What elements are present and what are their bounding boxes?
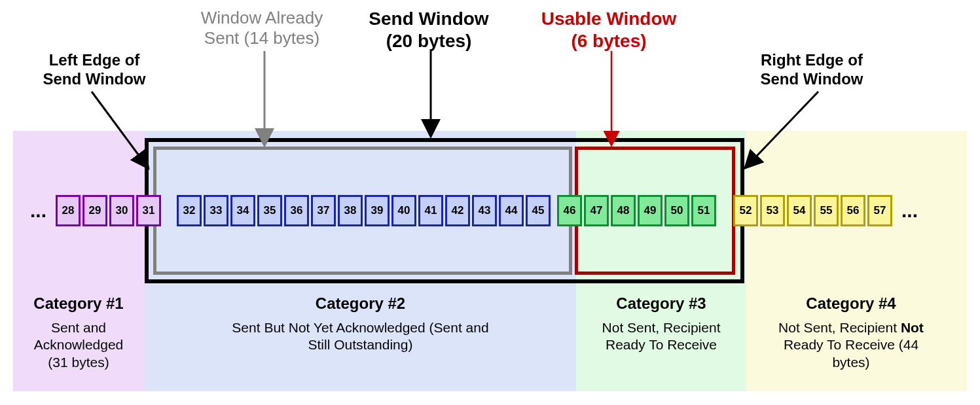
label-usable-window: Usable Window (6 bytes) [524,8,694,52]
cells-cat4: 525354555657 [733,195,892,226]
text: Not Sent, Recipient [778,320,901,335]
byte-cell: 52 [733,195,758,226]
text-bold: Not [901,320,924,335]
byte-cell: 49 [638,195,662,226]
text: Sent (14 bytes) [204,28,319,48]
cat-desc: Not Sent, Recipient Not Ready To Receive… [772,319,930,371]
caption-cat3: Category #3 Not Sent, Recipient Ready To… [576,294,746,354]
cat-desc: Not Sent, Recipient Ready To Receive [592,319,730,354]
byte-cell: 50 [664,195,689,226]
byte-cell: 29 [82,195,107,226]
ellipsis-right: ... [898,200,922,222]
cells-cat1: 28293031 [56,195,161,226]
arrow-left-edge [85,88,164,180]
byte-cell: 42 [445,195,470,226]
text: (6 bytes) [571,31,646,51]
arrow-right-edge [740,88,831,180]
caption-cat2: Category #2 Sent But Not Yet Acknowledge… [145,294,576,354]
cat-title: Category #2 [145,294,576,313]
byte-cell: 34 [230,195,255,226]
byte-cell: 39 [365,195,390,226]
text: Send Window [760,70,863,88]
text: Right Edge of [761,51,863,69]
byte-row: ... 28293031 323334353637383940414243444… [26,195,954,226]
byte-cell: 30 [109,195,134,226]
text: Window Already [201,8,323,27]
byte-cell: 38 [338,195,363,226]
caption-cat1: Category #1 Sent and Acknowledged (31 by… [13,294,144,371]
byte-cell: 55 [814,195,839,226]
byte-cell: 28 [56,195,81,226]
label-left-edge: Left Edge of Send Window [22,51,166,89]
byte-cell: 47 [584,195,609,226]
byte-cell: 40 [391,195,416,226]
label-right-edge: Right Edge of Send Window [740,51,884,89]
cat-title: Category #1 [13,294,144,313]
ellipsis-left: ... [26,200,50,222]
cat-title: Category #4 [746,294,956,313]
byte-cell: 46 [557,195,582,226]
label-already-sent: Window Already Sent (14 bytes) [177,8,347,48]
arrow-usable-window [605,51,618,149]
byte-cell: 53 [760,195,785,226]
byte-cell: 48 [611,195,636,226]
byte-cell: 43 [472,195,497,226]
cat-title: Category #3 [576,294,746,313]
text: (20 bytes) [386,31,472,51]
byte-cell: 35 [257,195,282,226]
caption-cat4: Category #4 Not Sent, Recipient Not Read… [746,294,956,371]
label-send-window: Send Window (20 bytes) [354,8,504,52]
text: Usable Window [541,9,677,29]
byte-cell: 56 [841,195,865,226]
cells-cat2: 3233343536373839404142434445 [177,195,551,226]
byte-cell: 33 [204,195,228,226]
byte-cell: 44 [499,195,524,226]
byte-cell: 57 [867,195,892,226]
text: Send Window [369,9,488,29]
byte-cell: 45 [526,195,551,226]
cells-cat3: 464748495051 [557,195,716,226]
cat-desc: Sent But Not Yet Acknowledged (Sent and … [223,319,498,354]
byte-cell: 32 [177,195,202,226]
arrow-already-sent [258,51,271,149]
text: Send Window [43,70,145,88]
tcp-window-diagram: Left Edge of Send Window Window Already … [0,0,980,405]
byte-cell: 54 [787,195,812,226]
cat-desc: Sent and Acknowledged (31 bytes) [23,319,134,371]
arrow-send-window [424,51,437,141]
byte-cell: 41 [418,195,443,226]
text: Ready To Receive (44 bytes) [784,337,918,369]
text: Left Edge of [49,51,140,69]
byte-cell: 51 [691,195,716,226]
byte-cell: 31 [136,195,161,226]
byte-cell: 36 [284,195,309,226]
byte-cell: 37 [311,195,336,226]
